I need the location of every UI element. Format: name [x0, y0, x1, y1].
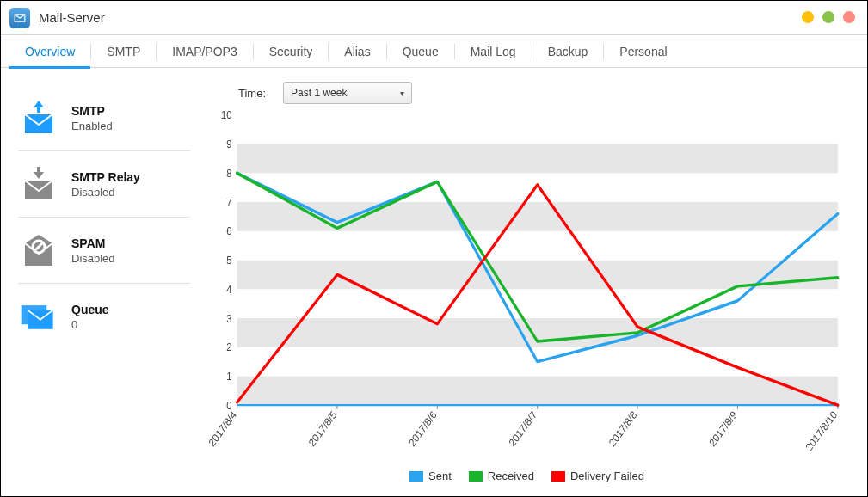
svg-text:6: 6: [226, 225, 232, 238]
svg-text:3: 3: [226, 312, 232, 325]
maximize-button[interactable]: [822, 11, 834, 23]
app-icon: [9, 8, 30, 28]
svg-rect-7: [237, 376, 838, 405]
sidebar-item-smtp-relay[interactable]: SMTP Relay Disabled: [18, 151, 190, 218]
tab-imap-pop3[interactable]: IMAP/POP3: [157, 35, 252, 68]
svg-text:2017/8/5: 2017/8/5: [306, 408, 339, 449]
time-range-select[interactable]: Past 1 week ▾: [283, 82, 412, 104]
close-button[interactable]: [843, 11, 855, 23]
legend-label: Received: [488, 469, 534, 482]
legend-delivery-failed: Delivery Failed: [551, 469, 644, 482]
mail-relay-icon: [18, 167, 59, 201]
legend-label: Delivery Failed: [570, 469, 644, 482]
legend-received: Received: [469, 469, 534, 482]
sidebar-item-title: SMTP Relay: [71, 170, 140, 184]
svg-text:7: 7: [226, 196, 232, 209]
svg-rect-16: [237, 115, 838, 144]
tab-backup[interactable]: Backup: [532, 35, 604, 68]
svg-rect-14: [237, 173, 838, 202]
svg-text:10: 10: [221, 109, 232, 122]
svg-text:1: 1: [226, 370, 232, 383]
legend-label: Sent: [428, 469, 452, 482]
sidebar-item-title: Queue: [71, 303, 109, 316]
window-controls: [802, 11, 855, 23]
tab-queue[interactable]: Queue: [387, 35, 454, 68]
mail-spam-icon: [18, 233, 59, 267]
time-label: Time:: [238, 87, 266, 100]
tab-bar: OverviewSMTPIMAP/POP3SecurityAliasQueueM…: [1, 35, 867, 68]
sidebar-item-queue[interactable]: Queue 0: [18, 284, 190, 349]
minimize-button[interactable]: [802, 11, 814, 23]
svg-text:2017/8/7: 2017/8/7: [507, 408, 539, 449]
svg-text:5: 5: [226, 254, 232, 267]
tab-overview[interactable]: Overview: [9, 35, 90, 68]
svg-text:2017/8/8: 2017/8/8: [606, 408, 639, 449]
window-title: Mail-Server: [39, 10, 105, 25]
sidebar-item-status: Enabled: [71, 120, 113, 132]
tab-personal[interactable]: Personal: [604, 35, 682, 68]
tab-smtp[interactable]: SMTP: [91, 35, 156, 68]
legend-swatch: [409, 471, 423, 482]
svg-text:2: 2: [226, 341, 232, 354]
mail-queue-icon: [18, 299, 59, 334]
main-panel: Time: Past 1 week ▾ 0123456789102017/8/4…: [199, 68, 867, 496]
sidebar-item-status: Disabled: [71, 252, 115, 265]
chevron-down-icon: ▾: [400, 89, 404, 98]
sidebar-item-smtp[interactable]: SMTP Enabled: [18, 85, 190, 151]
legend-sent: Sent: [409, 469, 452, 482]
time-range-value: Past 1 week: [291, 87, 347, 99]
sidebar-item-title: SPAM: [71, 236, 115, 250]
svg-text:8: 8: [226, 167, 232, 180]
sidebar: SMTP Enabled SMTP Relay Disabled SPAM Di…: [1, 68, 199, 496]
sidebar-item-status: Disabled: [71, 186, 140, 199]
svg-rect-15: [237, 144, 838, 174]
sidebar-item-title: SMTP: [71, 104, 113, 118]
svg-text:2017/8/4: 2017/8/4: [207, 408, 239, 449]
chart-legend: SentReceivedDelivery Failed: [207, 464, 846, 488]
sidebar-item-status: 0: [71, 318, 109, 331]
legend-swatch: [469, 471, 483, 482]
mail-out-icon: [18, 101, 59, 135]
svg-text:2017/8/10: 2017/8/10: [803, 408, 840, 454]
legend-swatch: [551, 471, 565, 482]
svg-text:4: 4: [226, 283, 232, 296]
svg-text:9: 9: [226, 138, 232, 151]
tab-alias[interactable]: Alias: [329, 35, 385, 68]
svg-text:2017/8/6: 2017/8/6: [406, 408, 439, 449]
tab-mail-log[interactable]: Mail Log: [455, 35, 532, 68]
titlebar: Mail-Server: [1, 1, 867, 35]
sidebar-item-spam[interactable]: SPAM Disabled: [18, 218, 190, 284]
tab-security[interactable]: Security: [254, 35, 329, 68]
chart: 0123456789102017/8/42017/8/52017/8/62017…: [207, 109, 846, 464]
svg-rect-12: [237, 231, 838, 261]
svg-text:2017/8/9: 2017/8/9: [707, 408, 740, 449]
